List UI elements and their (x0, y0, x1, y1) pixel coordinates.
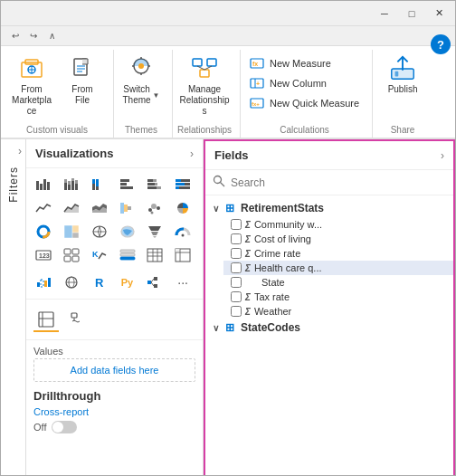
viz-icon-treemap[interactable] (60, 221, 83, 243)
viz-icon-stacked-area[interactable] (88, 197, 111, 219)
fields-arrow[interactable]: › (441, 149, 444, 162)
switch-theme-button[interactable]: Switch Theme ▼ (118, 50, 165, 108)
qat-redo-icon[interactable]: ↪ (26, 29, 41, 43)
community-w-checkbox[interactable] (231, 219, 242, 230)
switch-theme-icon (127, 53, 156, 82)
viz-icon-gauge[interactable] (171, 221, 195, 243)
svg-line-112 (151, 279, 154, 282)
new-measure-icon: fx (250, 56, 264, 71)
manage-relationships-button[interactable]: Manage Relationships (176, 50, 233, 119)
viz-icon-card[interactable]: 123 (32, 244, 55, 266)
viz-icon-r-visual[interactable]: R (88, 271, 111, 293)
format-icon-paint[interactable] (66, 307, 91, 332)
tree-group-header-retirement[interactable]: ∨ ⊞ RetirementStats (205, 199, 453, 217)
new-quick-measure-button[interactable]: fx+ New Quick Measure (244, 93, 365, 113)
publish-button[interactable]: Publish (376, 50, 429, 102)
close-button[interactable]: ✕ (426, 4, 451, 24)
svg-rect-36 (68, 185, 71, 190)
help-button[interactable]: ? (431, 34, 451, 54)
svg-rect-15 (193, 59, 202, 66)
minimize-button[interactable]: ─ (372, 4, 397, 24)
viz-icon-stacked-bar[interactable] (60, 174, 83, 195)
viz-icon-globe[interactable] (60, 271, 83, 293)
svg-rect-40 (75, 184, 78, 190)
tree-group-header-statecodes[interactable]: ∨ ⊞ StateCodes (205, 319, 453, 337)
state-label: State (261, 277, 446, 288)
viz-icon-hbar[interactable] (116, 174, 139, 195)
svg-rect-85 (64, 249, 71, 254)
state-checkbox[interactable] (231, 277, 242, 288)
viz-icon-ribbon[interactable] (116, 197, 139, 219)
viz-icon-filled-map[interactable] (116, 221, 139, 243)
new-column-button[interactable]: + New Column (244, 73, 332, 93)
list-item[interactable]: Σ Weather (223, 304, 453, 319)
retirement-chevron-icon: ∨ (213, 204, 222, 214)
crime-rate-checkbox[interactable] (231, 248, 242, 259)
viz-icon-map[interactable] (88, 221, 111, 243)
viz-icon-table[interactable] (143, 244, 166, 266)
new-measure-button[interactable]: fx New Measure (244, 53, 337, 73)
viz-icon-decomp-tree[interactable] (143, 271, 166, 293)
viz-icon-line[interactable] (32, 197, 55, 219)
viz-icon-pie[interactable] (171, 197, 195, 219)
svg-rect-54 (157, 186, 161, 189)
list-item[interactable]: Σ Cost of living (223, 232, 453, 246)
svg-rect-93 (147, 249, 162, 262)
qat-collapse-icon[interactable]: ∧ (44, 29, 59, 43)
viz-icon-multirow-card[interactable] (60, 244, 83, 266)
manage-relationships-label: Manage Relationships (178, 84, 231, 117)
weather-checkbox[interactable] (231, 306, 242, 317)
viz-icon-python-visual[interactable]: Py (116, 271, 139, 293)
svg-text:+: + (256, 81, 260, 87)
health-care-checkbox[interactable] (231, 262, 242, 273)
values-section: Values Add data fields here (26, 340, 203, 386)
cross-report-link[interactable]: Cross-report (33, 406, 195, 417)
add-fields-box[interactable]: Add data fields here (33, 358, 195, 382)
viz-icon-matrix[interactable] (171, 244, 195, 266)
svg-rect-45 (96, 179, 99, 186)
from-file-button[interactable]: From File (59, 50, 106, 108)
viz-icon-100-hbar[interactable] (171, 174, 195, 195)
list-item[interactable]: Σ Crime rate (223, 246, 453, 261)
svg-rect-35 (64, 179, 67, 183)
svg-text:K: K (92, 250, 99, 259)
list-item[interactable]: Σ Health care q... (223, 261, 453, 275)
viz-icon-100-bar[interactable] (88, 174, 111, 195)
svg-rect-49 (147, 179, 153, 182)
qat-undo-icon[interactable]: ↩ (8, 29, 23, 43)
toggle-track[interactable] (52, 421, 77, 433)
svg-rect-39 (71, 178, 74, 181)
build-icon[interactable] (33, 307, 59, 332)
viz-special-icons: R Py ··· (26, 271, 203, 299)
svg-point-119 (214, 176, 222, 184)
viz-icon-donut[interactable] (32, 221, 55, 243)
sigma-icon-tax: Σ (245, 292, 251, 302)
list-item[interactable]: Σ Community w... (223, 217, 453, 232)
viz-icon-scatter[interactable] (143, 197, 166, 219)
viz-icon-kpi[interactable]: K (88, 244, 111, 266)
svg-point-82 (182, 234, 185, 237)
tax-rate-checkbox[interactable] (231, 291, 242, 302)
viz-icon-stacked-hbar[interactable] (143, 174, 166, 195)
svg-rect-29 (395, 71, 399, 77)
svg-marker-81 (153, 236, 157, 238)
ribbon: From Marketplace From File (1, 46, 455, 139)
filters-collapse-icon[interactable]: ‹ (18, 145, 22, 157)
search-input[interactable] (231, 176, 446, 189)
from-marketplace-button[interactable]: From Marketplace (8, 50, 55, 119)
viz-panel-arrow[interactable]: › (190, 148, 194, 160)
viz-icon-waterfall[interactable] (32, 271, 55, 293)
viz-icon-funnel[interactable] (143, 221, 166, 243)
maximize-button[interactable]: □ (399, 4, 424, 24)
viz-icon-more[interactable]: ··· (171, 271, 195, 293)
viz-icon-area[interactable] (60, 197, 83, 219)
svg-line-120 (221, 183, 225, 187)
svg-rect-33 (47, 182, 50, 190)
list-item[interactable]: State (223, 275, 453, 290)
viz-icon-slicer[interactable] (116, 244, 139, 266)
viz-icon-bar[interactable] (32, 174, 55, 195)
list-item[interactable]: Σ Tax rate (223, 290, 453, 304)
svg-marker-66 (128, 206, 131, 210)
svg-marker-79 (148, 226, 161, 231)
cost-of-living-checkbox[interactable] (231, 233, 242, 244)
